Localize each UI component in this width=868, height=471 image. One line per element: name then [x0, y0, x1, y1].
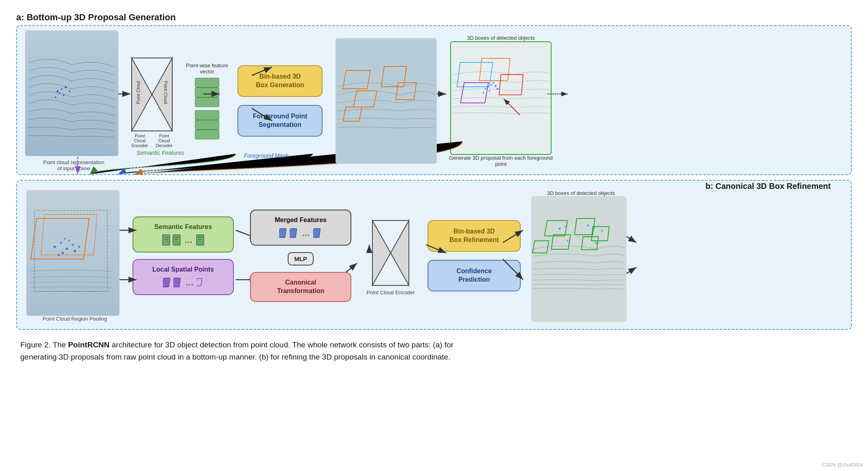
fv-rect-4: [195, 110, 219, 120]
lsp-icon-2: [173, 276, 182, 289]
decoder-label: Point Cloud Decoder: [154, 133, 174, 148]
local-feat-icons: …: [138, 276, 228, 289]
foreground-segmentation-box: Foreground Point Segmentation: [237, 105, 323, 137]
svg-point-17: [55, 96, 56, 98]
region-pool-svg: [26, 190, 120, 316]
result-scene-a-box: [336, 38, 437, 164]
watermark: CSDN @zhuif0804: [822, 462, 863, 468]
svg-point-97: [567, 240, 569, 242]
svg-point-61: [62, 252, 64, 254]
caption-text-3: generating 3D proposals from raw point c…: [20, 353, 450, 361]
svg-marker-18: [132, 58, 152, 131]
pc-svg: [25, 30, 118, 156]
main-container: a: Bottom-up 3D Proposal Generation: [0, 0, 868, 376]
svg-rect-67: [162, 235, 170, 245]
sf-icon-2: [172, 234, 181, 246]
scene-label-1: Point cloud representation: [43, 159, 104, 165]
scene-label-2: of input scene: [43, 165, 104, 171]
input-scene-container: Point cloud representation of input scen…: [25, 30, 122, 171]
svg-marker-83: [391, 221, 409, 285]
svg-point-36: [495, 85, 497, 87]
encoder-label: Point Cloud Encoder: [130, 133, 150, 148]
caption-text-2: architecture for 3D object detection fro…: [109, 340, 453, 349]
caption-text-1: Figure 2. The: [20, 340, 68, 349]
foreground-segmentation-label: Foreground Point Segmentation: [253, 113, 307, 128]
refinement-column: Bin-based 3D Box Refinement Confidence P…: [428, 220, 521, 291]
feature-vector-label: Point-wise feature vector: [185, 62, 229, 75]
encoder-decoder-container: Point Cloud Point Cloud Point Cloud Enco…: [126, 54, 178, 148]
svg-point-93: [565, 226, 567, 227]
svg-point-14: [65, 86, 67, 88]
region-pooling-visual: [26, 190, 120, 316]
svg-point-95: [593, 227, 595, 229]
svg-point-59: [66, 248, 68, 250]
module-column-a: Bin-based 3D Box Generation Foreground P…: [237, 65, 327, 136]
region-pooling-box: [26, 190, 120, 316]
confidence-prediction-label: Confidence Prediction: [456, 268, 492, 283]
svg-point-33: [487, 86, 489, 88]
merged-features-module: Merged Features …: [250, 210, 351, 246]
mf-icon-3: [313, 227, 322, 239]
zoomed-detail-box: [450, 41, 552, 155]
lsp-icon-3: [197, 278, 203, 287]
svg-point-11: [57, 90, 59, 92]
svg-text:Point Cloud: Point Cloud: [136, 81, 141, 104]
fv-blocks: [195, 78, 219, 139]
svg-point-58: [60, 242, 62, 244]
svg-rect-81: [313, 229, 320, 238]
svg-point-57: [53, 246, 56, 248]
svg-rect-32: [499, 75, 523, 95]
svg-rect-24: [343, 71, 370, 89]
semantic-features-module-label: Semantic Features: [138, 223, 228, 231]
part-a-box: Point Coords. Semantic Features Foregrou…: [16, 25, 852, 175]
canonical-transform-label: Canonical Transformation: [277, 279, 324, 294]
svg-point-39: [483, 92, 484, 94]
fv-rect-6: [195, 130, 219, 139]
svg-marker-82: [372, 221, 391, 285]
zoomed-svg: [451, 42, 551, 154]
part-b-box: b: Canonical 3D Box Refinement: [16, 180, 852, 330]
part-a-label: a: Bottom-up 3D Proposal Generation: [16, 12, 852, 23]
semantic-features-arrow-label: Semantic Features: [137, 150, 184, 156]
svg-rect-31: [461, 83, 489, 103]
svg-rect-30: [479, 58, 510, 81]
confidence-prediction-module: Confidence Prediction: [428, 260, 521, 291]
svg-point-13: [59, 92, 60, 94]
part-b-label: b: Canonical 3D Box Refinement: [706, 182, 831, 191]
result-pc-svg: [336, 38, 437, 164]
fv-rect-3: [195, 97, 219, 107]
mlp-label: MLP: [294, 255, 307, 262]
part-b-section: b: Canonical 3D Box Refinement: [16, 180, 852, 330]
svg-point-15: [63, 94, 64, 96]
bin-refinement-module: Bin-based 3D Box Refinement: [428, 220, 521, 252]
svg-point-38: [493, 82, 494, 83]
fv-block-1: [195, 78, 219, 107]
region-pooling-label: Point Cloud Region Pooling: [43, 316, 107, 322]
bin-box-generation-label: Bin-based 3D Box Generation: [256, 73, 304, 88]
svg-rect-80: [290, 229, 297, 238]
part-a-section: a: Bottom-up 3D Proposal Generation: [16, 12, 852, 175]
svg-point-34: [491, 84, 492, 86]
local-spatial-module-label: Local Spatial Points: [138, 265, 228, 274]
svg-point-94: [587, 224, 589, 226]
fv-rect-1: [195, 78, 219, 88]
svg-rect-29: [457, 62, 493, 87]
svg-rect-26: [353, 91, 377, 107]
merged-features-label: Merged Features: [256, 216, 346, 225]
caption: Figure 2. The PointRCNN architecture for…: [16, 339, 852, 364]
svg-rect-77: [173, 278, 180, 287]
sf-dots: …: [184, 235, 192, 245]
merged-canonical-column: Merged Features …: [250, 210, 351, 302]
generate-proposals-label: Generate 3D proposal from each foregroun…: [448, 155, 554, 167]
lsp-icon-1: [163, 276, 172, 289]
scene-label-container: Point cloud representation of input scen…: [43, 159, 104, 171]
svg-rect-70: [173, 235, 180, 245]
svg-rect-79: [279, 229, 286, 238]
input-scene-box: [25, 30, 118, 156]
sf-icon-1: [162, 234, 171, 246]
svg-point-40: [497, 88, 499, 90]
local-spatial-module: Local Spatial Points …: [133, 259, 234, 295]
generate-label: 3D boxes of detected objects: [467, 35, 535, 42]
svg-point-65: [64, 238, 66, 240]
svg-point-63: [74, 250, 76, 252]
